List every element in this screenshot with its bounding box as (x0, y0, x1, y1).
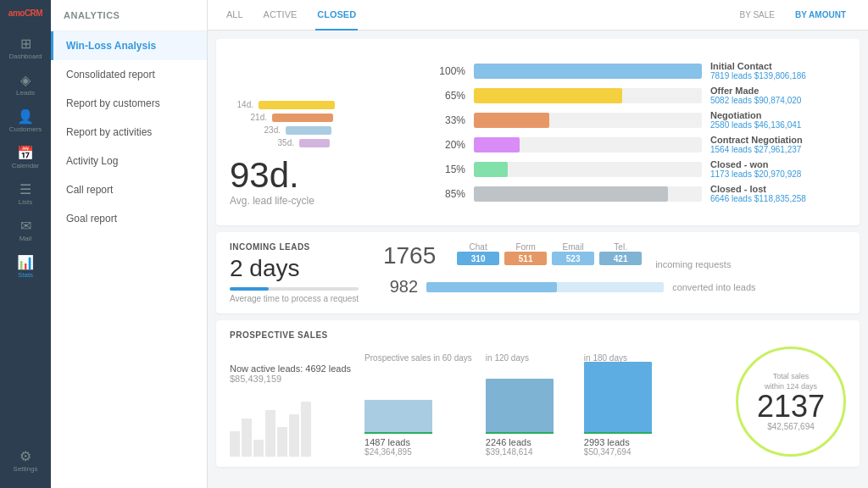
funnel-bar-label-1: 14d. (230, 100, 253, 109)
leftnav-item-consolidated[interactable]: Consolidated report (51, 60, 207, 89)
sidebar-item-settings[interactable]: ⚙ Settings (0, 443, 51, 480)
funnel-bar-row-2: 21d. (243, 113, 416, 122)
prospective-sales-card: PROSPECTIVE SALES Now active leads: 4692… (216, 320, 860, 467)
col-60days-leads: 1487 leads (364, 437, 410, 447)
leftnav-item-activity-log[interactable]: Activity Log (51, 147, 207, 175)
leftnav-item-report-activities[interactable]: Report by activities (51, 118, 207, 147)
sidebar-item-calendar[interactable]: 📅 Calendar (0, 140, 51, 176)
bar-sub-2[interactable]: 5082 leads $90,874,020 (710, 96, 846, 105)
dashboard-icon: ⊞ (20, 37, 31, 51)
sidebar-item-customers[interactable]: 👤 Customers (0, 103, 51, 140)
channel-chat-label: Chat (457, 242, 499, 252)
bar-sub-1[interactable]: 7819 leads $139,806,186 (710, 71, 846, 80)
bar-track-2 (474, 88, 702, 103)
converted-row: 982 converted into leads (376, 277, 846, 297)
incoming-requests-label: incoming requests (655, 242, 748, 269)
bar-title-5: Closed - won (710, 159, 846, 169)
converted-bar-fill (426, 282, 557, 292)
incoming-totals-row: 1765 Chat 310 Form 511 (376, 242, 846, 270)
channel-form: Form 511 (504, 242, 547, 265)
channels-row: Chat 310 Form 511 Email 523 (457, 242, 642, 265)
tab-active[interactable]: ACTIVE (262, 0, 299, 30)
bar-chart-right: 100% Initial Contact 7819 leads $139,806… (433, 49, 846, 215)
tab-closed[interactable]: CLOSED (315, 0, 358, 30)
incoming-progress-fill (230, 287, 269, 291)
tabs-right: BY SALE BY AMOUNT (734, 8, 851, 22)
settings-icon: ⚙ (19, 450, 31, 463)
active-leads-amount: $85,439,159 (230, 374, 351, 384)
col-120days: in 120 days 2246 leads $39,148,614 (486, 353, 570, 457)
total-sales-amount: $42,567,694 (767, 422, 815, 431)
leftnav: ANALYTICS Win-Loss Analysis Consolidated… (51, 0, 208, 488)
sidebar: amoCRM ⊞ Dashboard ◈ Leads 👤 Customers 📅… (0, 0, 51, 488)
funnel-bar-label-2: 21d. (243, 113, 267, 122)
col-120days-amount: $39,148,614 (486, 447, 533, 457)
toggle-by-sale[interactable]: BY SALE (734, 8, 780, 22)
funnel-bar-fill-3 (286, 126, 331, 135)
mail-icon: ✉ (20, 219, 31, 233)
bar-fill-5 (474, 162, 508, 177)
bar-pct-2: 65% (433, 90, 465, 102)
leftnav-item-goal-report[interactable]: Goal report (51, 204, 207, 233)
col-180days-bar-line (584, 432, 652, 434)
toggle-by-amount[interactable]: BY AMOUNT (790, 8, 851, 22)
funnel-bar-track-2 (272, 114, 333, 122)
bar-fill-6 (474, 186, 668, 202)
sidebar-item-dashboard[interactable]: ⊞ Dashboard (0, 30, 51, 67)
col-180days-bar-area (584, 366, 652, 434)
sidebar-item-mail[interactable]: ✉ Mail (0, 213, 51, 249)
bar-fill-2 (474, 88, 622, 103)
bar-title-4: Contract Negotiation (710, 135, 846, 145)
chart-bar-2 (242, 419, 252, 457)
bar-info-4: Contract Negotiation 1564 leads $27,961,… (710, 135, 846, 154)
bar-sub-6[interactable]: 6646 leads $118,835,258 (710, 194, 846, 203)
incoming-progress (230, 287, 359, 291)
sidebar-item-stats[interactable]: 📊 Stats (0, 249, 51, 286)
sidebar-label-customers: Customers (9, 125, 42, 133)
main-content: ALL ACTIVE CLOSED BY SALE BY AMOUNT 14d. (208, 0, 868, 488)
active-leads-label: Now active leads: 4692 leads (230, 363, 351, 374)
bar-row-5: 15% Closed - won 1173 leads $20,970,928 (433, 159, 846, 179)
channel-tel-pill: 421 (599, 252, 642, 265)
leftnav-item-win-loss[interactable]: Win-Loss Analysis (51, 31, 207, 60)
calendar-icon: 📅 (17, 147, 34, 160)
col-180days-leads: 2993 leads (584, 437, 630, 447)
channel-email: Email 523 (552, 242, 594, 265)
leftnav-item-call-report[interactable]: Call report (51, 175, 207, 204)
col-120days-period: in 120 days (486, 353, 529, 363)
sidebar-label-lists: Lists (19, 198, 32, 206)
bar-info-3: Negotiation 2580 leads $46,136,041 (710, 110, 846, 130)
converted-label: converted into leads (672, 282, 765, 292)
col-180days-bar (584, 362, 652, 434)
app-logo: amoCRM (8, 8, 42, 18)
bar-track-6 (474, 186, 702, 202)
col-180days: in 180 days 2993 leads $50,347,694 (584, 353, 669, 457)
customers-icon: 👤 (17, 110, 34, 124)
bar-row-1: 100% Initial Contact 7819 leads $139,806… (433, 61, 846, 80)
col-120days-bar-line (486, 432, 554, 434)
bar-fill-4 (474, 137, 520, 152)
bar-track-1 (474, 64, 702, 79)
bar-info-6: Closed - lost 6646 leads $118,835,258 (710, 184, 846, 203)
bar-sub-3[interactable]: 2580 leads $46,136,041 (710, 120, 846, 130)
col-60days: Prospective sales in 60 days 1487 leads … (364, 353, 472, 457)
prospective-title: PROSPECTIVE SALES (230, 330, 846, 340)
leftnav-item-report-customers[interactable]: Report by customers (51, 89, 207, 118)
top-tabs-bar: ALL ACTIVE CLOSED BY SALE BY AMOUNT (208, 0, 868, 30)
bar-sub-5[interactable]: 1173 leads $20,970,928 (710, 169, 846, 179)
sidebar-label-dashboard: Dashboard (8, 53, 42, 60)
total-sales-number: 2137 (757, 391, 825, 422)
sidebar-item-lists[interactable]: ☰ Lists (0, 176, 51, 213)
incoming-left: INCOMING LEADS 2 days Average time to pr… (230, 242, 359, 303)
incoming-middle-section: 1765 Chat 310 Form 511 (376, 242, 846, 297)
tab-all[interactable]: ALL (225, 0, 245, 30)
funnel-bar-fill-1 (259, 101, 335, 109)
bar-sub-4[interactable]: 1564 leads $27,961,237 (710, 145, 846, 154)
bar-fill-1 (474, 64, 702, 79)
bar-pct-4: 20% (433, 139, 465, 151)
col-60days-bar-area (364, 366, 432, 434)
lists-icon: ☰ (19, 183, 31, 197)
sidebar-item-leads[interactable]: ◈ Leads (0, 67, 51, 103)
bar-row-2: 65% Offer Made 5082 leads $90,874,020 (433, 86, 846, 105)
chart-bar-5 (277, 427, 287, 457)
